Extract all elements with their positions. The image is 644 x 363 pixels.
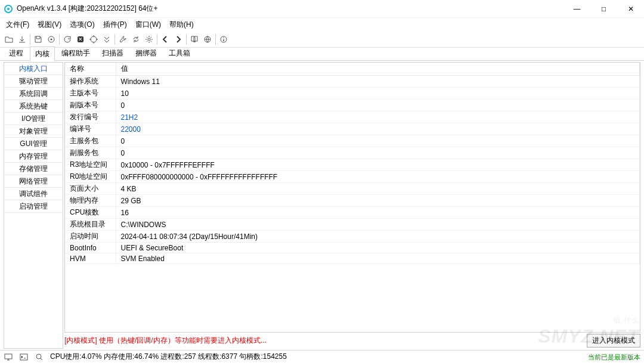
menu-窗口[interactable]: 窗口(W) [132,18,165,31]
gear-icon[interactable] [143,33,156,46]
menu-帮助[interactable]: 帮助(H) [166,18,197,31]
settings-icon[interactable] [45,33,58,46]
status-text: CPU使用:4.07% 内存使用:46.74% 进程数:257 线程数:6377… [50,352,287,362]
tab-捆绑器[interactable]: 捆绑器 [130,46,162,60]
col-name[interactable]: 名称 [65,63,116,76]
svg-point-12 [36,354,41,359]
sidebar-item-GUI管理[interactable]: GUI管理 [4,138,63,150]
tabbar: 进程内核编程助手扫描器捆绑器工具箱 [0,48,644,61]
menu-文件[interactable]: 文件(F) [2,18,33,31]
table-row[interactable]: CPU核数16 [65,207,640,219]
export-icon[interactable] [16,33,29,46]
cell-value: 0xFFFF080000000000 - 0xFFFFFFFFFFFFFFFF [116,171,640,183]
sidebar-item-驱动管理[interactable]: 驱动管理 [4,75,63,88]
menu-插件[interactable]: 插件(P) [100,18,131,31]
target-icon[interactable] [87,33,100,46]
menu-选项[interactable]: 选项(O) [66,18,98,31]
cell-name: 主服务包 [65,135,116,147]
sidebar-item-网络管理[interactable]: 网络管理 [4,175,63,188]
sidebar-item-启动管理[interactable]: 启动管理 [4,200,63,213]
window-controls: — □ ✕ [564,0,644,17]
cell-value[interactable]: 21H2 [116,111,640,123]
cell-name: 主版本号 [65,88,116,100]
open-icon[interactable] [2,33,16,46]
table-row[interactable]: 副服务包0 [65,147,640,159]
sidebar-item-内存管理[interactable]: 内存管理 [4,150,63,163]
tab-进程[interactable]: 进程 [4,46,29,60]
forward-icon[interactable] [172,33,185,46]
svg-point-6 [91,36,97,42]
cell-name: 页面大小 [65,183,116,195]
cell-value[interactable]: 22000 [116,123,640,135]
table-row[interactable]: 系统根目录C:\WINDOWS [65,219,640,231]
sidebar-item-系统热键[interactable]: 系统热键 [4,100,63,113]
cell-name: 系统根目录 [65,219,116,231]
stop-icon[interactable]: ✕ [74,33,87,46]
svg-point-3 [51,38,52,40]
sidebar-item-I/O管理[interactable]: I/O管理 [4,113,63,125]
cell-name: 副版本号 [65,100,116,111]
sidebar-item-系统回调[interactable]: 系统回调 [4,88,63,100]
table-row[interactable]: R3地址空间0x10000 - 0x7FFFFFFEFFFF [65,159,640,171]
table-row[interactable]: 操作系统Windows 11 [65,76,640,88]
col-value[interactable]: 值 [116,63,640,76]
cell-name: 编译号 [65,123,116,135]
refresh-icon[interactable] [61,33,74,46]
cell-name: R0地址空间 [65,171,116,183]
table-row[interactable]: 副版本号0 [65,100,640,111]
wrench-icon[interactable] [116,33,129,46]
cell-value: UEFI & SecureBoot [116,243,640,253]
console-icon[interactable] [19,352,29,362]
sidebar-item-存储管理[interactable]: 存储管理 [4,163,63,175]
table-row[interactable]: R0地址空间0xFFFF080000000000 - 0xFFFFFFFFFFF… [65,171,640,183]
cell-name: HVM [65,253,116,264]
tab-扫描器[interactable]: 扫描器 [97,46,129,60]
save-icon[interactable] [32,33,45,46]
svg-text:✕: ✕ [78,36,83,42]
cell-name: 副服务包 [65,147,116,159]
dropdown-icon[interactable] [100,33,113,46]
menubar: 文件(F)视图(V)选项(O)插件(P)窗口(W)帮助(H) [0,18,644,31]
tab-工具箱[interactable]: 工具箱 [163,46,196,60]
cell-value: 0 [116,135,640,147]
sidebar-item-内核入口[interactable]: 内核入口 [4,63,63,75]
table-row[interactable]: 编译号22000 [65,123,640,135]
table-row[interactable]: 发行编号21H2 [65,111,640,123]
window-title: OpenArk v1.3.4 [构建:202312202152] 64位+ [17,4,564,14]
table-row[interactable]: 主服务包0 [65,135,640,147]
info-icon[interactable] [217,33,230,46]
monitor-icon[interactable] [4,352,13,362]
tab-编程助手[interactable]: 编程助手 [56,46,95,60]
svg-point-1 [7,8,10,10]
enter-kernel-mode-button[interactable]: 进入内核模式 [587,334,640,348]
table-row[interactable]: 启动时间2024-04-11 08:07:34 (2Day/15Hour/41M… [65,231,640,243]
search-icon[interactable] [35,352,44,362]
cell-name: BootInfo [65,243,116,253]
table-row[interactable]: 页面大小4 KB [65,183,640,195]
cell-value: C:\WINDOWS [116,219,640,231]
maximize-button[interactable]: □ [590,0,617,17]
cell-value: 0x10000 - 0x7FFFFFFEFFFF [116,159,640,171]
sidebar-item-调试组件[interactable]: 调试组件 [4,188,63,200]
sidebar-item-对象管理[interactable]: 对象管理 [4,125,63,138]
cell-value: 16 [116,207,640,219]
table-row[interactable]: 主版本号10 [65,88,640,100]
cell-value: 4 KB [116,183,640,195]
svg-rect-10 [5,354,12,359]
minimize-button[interactable]: — [564,0,590,17]
menu-视图[interactable]: 视图(V) [34,18,65,31]
close-button[interactable]: ✕ [617,0,644,17]
globe-icon[interactable] [201,33,214,46]
book-icon[interactable] [188,33,201,46]
info-grid[interactable]: 名称 值 操作系统Windows 11主版本号10副版本号0发行编号21H2编译… [64,62,640,333]
table-row[interactable]: 物理内存29 GB [65,195,640,207]
table-row[interactable]: HVMSVM Enabled [65,253,640,264]
sync-icon[interactable] [129,33,143,46]
main-panel: 名称 值 操作系统Windows 11主版本号10副版本号0发行编号21H2编译… [64,62,640,349]
content-area: 内核入口驱动管理系统回调系统热键I/O管理对象管理GUI管理内存管理存储管理网络… [0,61,644,350]
table-row[interactable]: BootInfoUEFI & SecureBoot [65,243,640,253]
back-icon[interactable] [159,33,172,46]
tab-内核[interactable]: 内核 [30,46,55,61]
cell-name: R3地址空间 [65,159,116,171]
cell-value: 10 [116,88,640,100]
